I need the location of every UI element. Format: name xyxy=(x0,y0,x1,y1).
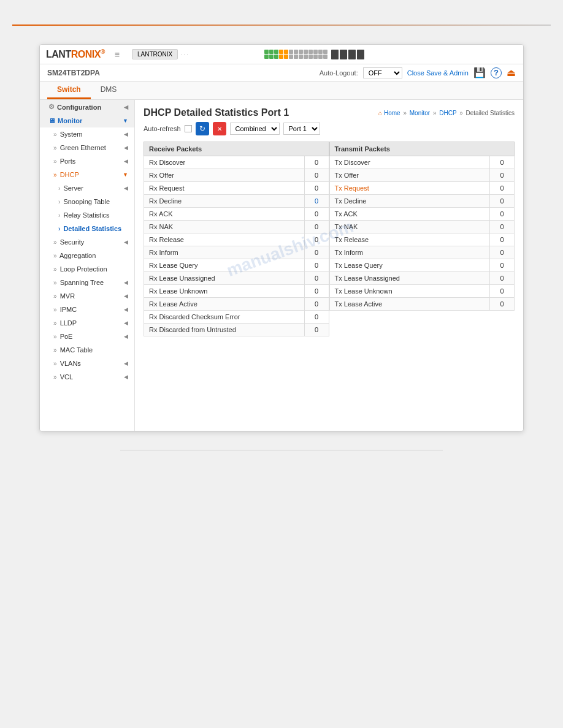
rx-label: Rx Offer xyxy=(144,169,305,182)
port-indicator xyxy=(304,50,308,54)
rx-row: Rx Request0 xyxy=(144,182,329,195)
tx-label: Tx Lease Unknown xyxy=(329,285,490,298)
sidebar-item-system[interactable]: » System ◀ xyxy=(40,127,134,141)
tx-label: Tx NAK xyxy=(329,221,490,233)
chevron-right-icon: ◀ xyxy=(124,131,128,137)
port-select[interactable]: Port 1 Port 2 Port 3 xyxy=(283,123,320,135)
port-indicator xyxy=(323,55,327,59)
chevron-down-icon: ▼ xyxy=(123,172,128,178)
tx-label: Tx Request xyxy=(329,182,490,195)
sfp-port xyxy=(348,50,356,59)
top-nav-right: Auto-Logout: OFF 5 min 10 min Close Save… xyxy=(320,67,516,78)
tab-switch[interactable]: Switch xyxy=(47,82,91,99)
transmit-packets-table: Transmit Packets Tx Discover0Tx Offer0Tx… xyxy=(329,142,515,311)
sidebar-item-snooping-table[interactable]: › Snooping Table xyxy=(40,195,134,208)
breadcrumb-current: Detailed Statistics xyxy=(466,110,515,116)
combined-select[interactable]: Combined Receive Transmit xyxy=(230,123,280,135)
tx-label: Tx Release xyxy=(329,233,490,246)
transmit-packets-section: Transmit Packets Tx Discover0Tx Offer0Tx… xyxy=(329,142,515,336)
sfp-port xyxy=(340,50,347,59)
top-nav: SM24TBT2DPA Auto-Logout: OFF 5 min 10 mi… xyxy=(40,64,523,82)
sidebar-item-vlans[interactable]: » VLANs ◀ xyxy=(40,357,134,370)
tx-value: 0 xyxy=(490,221,515,233)
auto-refresh-checkbox[interactable] xyxy=(185,125,192,132)
sidebar-item-spanning-tree[interactable]: » Spanning Tree ◀ xyxy=(40,276,134,289)
sidebar-item-vcl[interactable]: » VCL ◀ xyxy=(40,370,134,384)
tx-value: 0 xyxy=(490,233,515,246)
sidebar-item-mvr[interactable]: » MVR ◀ xyxy=(40,289,134,303)
logout-icon[interactable]: ⏏ xyxy=(507,67,516,78)
rx-row: Rx Inform0 xyxy=(144,246,329,259)
sidebar-item-loop-protection[interactable]: » Loop Protection xyxy=(40,262,134,276)
auto-logout-select[interactable]: OFF 5 min 10 min xyxy=(363,67,402,78)
tx-row: Tx Inform0 xyxy=(329,246,515,259)
port-indicator xyxy=(323,50,327,54)
stats-tables: Receive Packets Rx Discover0Rx Offer0Rx … xyxy=(144,142,515,336)
chevron-right-icon: ◀ xyxy=(124,185,128,191)
tx-value: 0 xyxy=(490,272,515,285)
receive-header: Receive Packets xyxy=(144,142,329,156)
auto-logout-label: Auto-Logout: xyxy=(320,69,358,77)
rx-label: Rx ACK xyxy=(144,208,305,221)
sidebar-item-aggregation[interactable]: » Aggregation xyxy=(40,249,134,262)
port-indicator xyxy=(308,50,313,54)
device-name-tab[interactable]: LANTRONIX xyxy=(132,49,178,59)
tx-row: Tx Discover0 xyxy=(329,156,515,169)
port-indicator xyxy=(299,55,303,59)
port-indicator xyxy=(294,55,298,59)
sidebar-item-server[interactable]: › Server ◀ xyxy=(40,181,134,195)
rx-value: 0 xyxy=(304,246,329,259)
chevron-right-icon: ◀ xyxy=(124,293,128,299)
port-indicator xyxy=(299,50,303,54)
chevron-right-icon: ◀ xyxy=(124,374,128,380)
tab-dms[interactable]: DMS xyxy=(91,82,127,99)
sidebar-item-relay-statistics[interactable]: › Relay Statistics xyxy=(40,208,134,222)
top-decorative-line xyxy=(12,25,551,26)
monitor-icon: 🖥 xyxy=(48,117,55,124)
close-save-admin-link[interactable]: Close Save & Admin xyxy=(407,69,469,77)
sidebar-section-configuration[interactable]: ⚙ Configuration ◀ xyxy=(40,100,134,114)
device-header: LANTRONIX® ≡ LANTRONIX · · · xyxy=(40,45,523,64)
sidebar-item-ports[interactable]: » Ports ◀ xyxy=(40,154,134,168)
port-indicator xyxy=(279,55,283,59)
sidebar-item-security[interactable]: » Security ◀ xyxy=(40,235,134,249)
chevron-right-icon: ◀ xyxy=(124,145,128,151)
sidebar-item-green-ethernet[interactable]: » Green Ethernet ◀ xyxy=(40,141,134,154)
sidebar-item-lldp[interactable]: » LLDP ◀ xyxy=(40,316,134,330)
tx-row: Tx Decline0 xyxy=(329,195,515,208)
tx-value: 0 xyxy=(490,246,515,259)
chevron-right-icon: ◀ xyxy=(124,158,128,164)
device-model: SM24TBT2DPA xyxy=(47,69,100,77)
rx-row: Rx Discarded Checksum Error0 xyxy=(144,311,329,324)
tx-label: Tx Offer xyxy=(329,169,490,182)
logo-area: LANTRONIX® ≡ xyxy=(46,48,120,60)
port-indicator xyxy=(304,55,308,59)
port-indicator xyxy=(318,50,323,54)
rx-label: Rx Release xyxy=(144,233,305,246)
port-indicator xyxy=(284,55,288,59)
tx-value: 0 xyxy=(490,195,515,208)
sidebar-item-ipmc[interactable]: » IPMC ◀ xyxy=(40,303,134,316)
tx-value: 0 xyxy=(490,169,515,182)
rx-row: Rx Discarded from Untrusted0 xyxy=(144,324,329,336)
breadcrumb-home-link[interactable]: Home xyxy=(384,110,400,116)
receive-packets-section: Receive Packets Rx Discover0Rx Offer0Rx … xyxy=(144,142,329,336)
hamburger-icon[interactable]: ≡ xyxy=(115,50,120,59)
sidebar-item-poe[interactable]: » PoE ◀ xyxy=(40,330,134,343)
tx-label: Tx Lease Active xyxy=(329,298,490,311)
sidebar-item-detailed-statistics[interactable]: › Detailed Statistics xyxy=(40,222,134,235)
sidebar-section-monitor[interactable]: 🖥 Monitor ▼ xyxy=(40,114,134,127)
breadcrumb-dhcp-link[interactable]: DHCP xyxy=(439,110,456,116)
help-icon[interactable]: ? xyxy=(491,67,502,78)
save-icon[interactable]: 💾 xyxy=(473,67,486,78)
clear-button[interactable]: ✕ xyxy=(213,122,226,135)
sidebar-item-dhcp[interactable]: » DHCP ▼ xyxy=(40,168,134,181)
rx-label: Rx Lease Query xyxy=(144,259,305,272)
port-indicator xyxy=(264,50,269,54)
refresh-button[interactable]: ↻ xyxy=(196,122,209,135)
tx-label: Tx Discover xyxy=(329,156,490,169)
rx-row: Rx Lease Query0 xyxy=(144,259,329,272)
page-wrapper: LANTRONIX® ≡ LANTRONIX · · · xyxy=(0,0,563,728)
sidebar-item-mac-table[interactable]: » MAC Table xyxy=(40,343,134,357)
breadcrumb-monitor-link[interactable]: Monitor xyxy=(410,110,430,116)
